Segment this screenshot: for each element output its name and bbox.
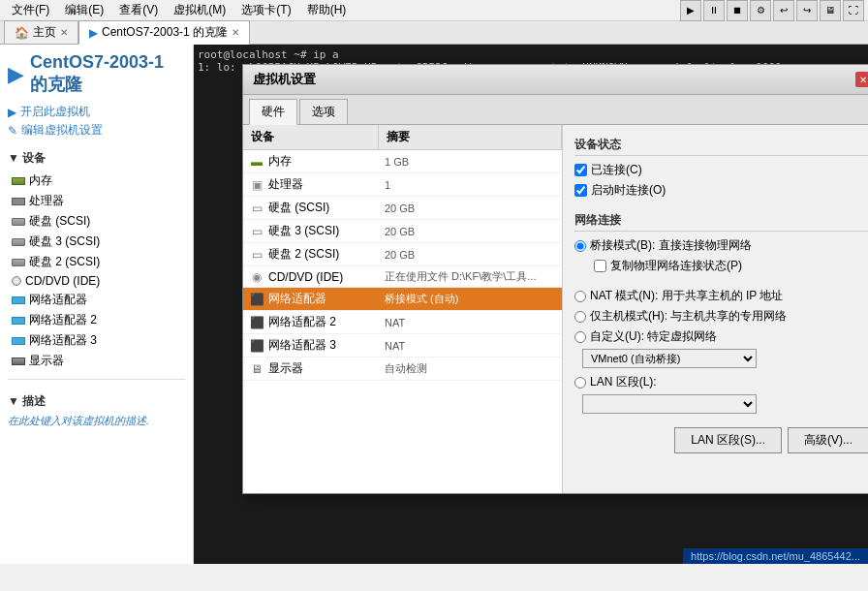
bridge-label[interactable]: 桥接模式(B): 直接连接物理网络 — [590, 237, 752, 254]
sidebar-device-net2[interactable]: 网络适配器 2 — [8, 310, 185, 330]
tab-home[interactable]: 🏠 主页 ✕ — [4, 20, 78, 44]
lan-label[interactable]: LAN 区段(L): — [590, 374, 657, 390]
settings-panel: 设备状态 已连接(C) 启动时连接(O) 网络连接 — [563, 125, 868, 493]
lan-segment-row: LAN 区段(L): — [574, 374, 868, 390]
menu-edit[interactable]: 编辑(E) — [57, 0, 111, 20]
advanced-button[interactable]: 高级(V)... — [788, 427, 868, 453]
toolbar-btn-3[interactable]: ⏹ — [727, 0, 748, 21]
action-edit-vm[interactable]: ✎ 编辑虚拟机设置 — [8, 122, 185, 139]
dialog-device-hdd3[interactable]: ▭ 硬盘 3 (SCSI) 20 GB — [243, 220, 562, 243]
replicate-label[interactable]: 复制物理网络连接状态(P) — [610, 258, 742, 274]
vmnet-select[interactable]: VMnet0 (自动桥接) — [582, 349, 757, 368]
connected-label[interactable]: 已连接(C) — [591, 162, 642, 178]
dialog-body: 设备 摘要 ▬ 内存 1 GB ▣ 处理器 1 ▭ — [243, 125, 868, 493]
nat-label[interactable]: NAT 模式(N): 用于共享主机的 IP 地址 — [590, 288, 783, 304]
monitor-icon — [12, 358, 25, 365]
dialog-hdd1-icon: ▭ — [249, 202, 264, 215]
connected-row: 已连接(C) — [574, 162, 868, 178]
device-col-name: 设备 — [243, 125, 379, 149]
sidebar-device-ram[interactable]: 内存 — [8, 171, 185, 191]
dialog-net3-icon: ⬛ — [249, 339, 264, 353]
dialog-device-net1[interactable]: ⬛ 网络适配器 桥接模式 (自动) — [243, 288, 562, 311]
dialog-ram-icon: ▬ — [249, 155, 264, 169]
description-section: ▼ 描述 在此处键入对该虚拟机的描述. — [8, 379, 185, 428]
dialog-tab-bar: 硬件 选项 — [243, 95, 868, 125]
custom-label[interactable]: 自定义(U): 特定虚拟网络 — [590, 328, 717, 345]
vm-title-icon: ▶ — [8, 62, 24, 87]
replicate-checkbox[interactable] — [594, 260, 606, 272]
sidebar-device-hdd2[interactable]: 硬盘 2 (SCSI) — [8, 252, 185, 272]
toolbar-btn-8[interactable]: ⛶ — [843, 0, 864, 21]
menu-tabs[interactable]: 选项卡(T) — [233, 0, 298, 20]
custom-radio[interactable] — [574, 331, 586, 343]
dialog-net1-icon: ⬛ — [249, 293, 264, 306]
toolbar-btn-5[interactable]: ↩ — [773, 0, 794, 21]
menu-bar: 文件(F) 编辑(E) 查看(V) 虚拟机(M) 选项卡(T) 帮助(H) ▶ … — [0, 0, 868, 21]
bridge-mode-row: 桥接模式(B): 直接连接物理网络 — [574, 237, 868, 254]
dialog-monitor-icon: 🖥 — [249, 362, 264, 376]
home-icon: 🏠 — [15, 26, 29, 40]
dialog-device-net3[interactable]: ⬛ 网络适配器 3 NAT — [243, 334, 562, 358]
dialog-device-cdrom[interactable]: ◉ CD/DVD (IDE) 正在使用文件 D:\KF\教学\工具... — [243, 266, 562, 288]
dialog-close-button[interactable]: ✕ — [855, 72, 868, 87]
dialog-tab-hardware[interactable]: 硬件 — [249, 99, 297, 125]
device-status-title: 设备状态 — [574, 137, 868, 156]
tab-clone[interactable]: ▶ CentOS7-2003-1 的克隆 ✕ — [78, 20, 250, 45]
toolbar-btn-4[interactable]: ⚙ — [750, 0, 771, 21]
sidebar-device-cdrom[interactable]: CD/DVD (IDE) — [8, 272, 185, 290]
cpu-icon — [12, 198, 25, 205]
device-list-panel: 设备 摘要 ▬ 内存 1 GB ▣ 处理器 1 ▭ — [243, 125, 563, 493]
devices-arrow-icon: ▼ — [8, 151, 19, 165]
dialog-net2-icon: ⬛ — [249, 316, 264, 329]
tab-home-close[interactable]: ✕ — [60, 27, 68, 38]
host-only-row: 仅主机模式(H): 与主机共享的专用网络 — [574, 308, 868, 325]
dialog-device-hdd2[interactable]: ▭ 硬盘 2 (SCSI) 20 GB — [243, 243, 562, 266]
vm-tab-icon: ▶ — [89, 26, 98, 40]
dialog-device-hdd1[interactable]: ▭ 硬盘 (SCSI) 20 GB — [243, 197, 562, 220]
menu-help[interactable]: 帮助(H) — [299, 0, 355, 20]
sidebar-device-net1[interactable]: 网络适配器 — [8, 290, 185, 310]
device-list-header: 设备 摘要 — [243, 125, 562, 150]
dialog-device-net2[interactable]: ⬛ 网络适配器 2 NAT — [243, 311, 562, 334]
hdd1-icon — [12, 218, 25, 226]
toolbar-btn-2[interactable]: ⏸ — [703, 0, 725, 21]
dialog-tab-options[interactable]: 选项 — [299, 99, 348, 124]
dialog-device-cpu[interactable]: ▣ 处理器 1 — [243, 173, 562, 197]
hdd3-icon — [12, 238, 25, 246]
tab-bar: 🏠 主页 ✕ ▶ CentOS7-2003-1 的克隆 ✕ — [0, 21, 868, 45]
toolbar-btn-1[interactable]: ▶ — [680, 0, 701, 21]
menu-file[interactable]: 文件(F) — [4, 0, 57, 20]
lan-segments-button[interactable]: LAN 区段(S)... — [674, 427, 782, 453]
sidebar-device-monitor[interactable]: 显示器 — [8, 351, 185, 371]
connect-on-start-checkbox[interactable] — [574, 184, 587, 197]
lan-select[interactable] — [582, 394, 757, 414]
dialog-device-monitor[interactable]: 🖥 显示器 自动检测 — [243, 358, 562, 381]
status-url: https://blog.csdn.net/mu_4865442... — [691, 550, 860, 562]
custom-mode-row: 自定义(U): 特定虚拟网络 — [574, 328, 868, 345]
host-only-label[interactable]: 仅主机模式(H): 与主机共享的专用网络 — [590, 308, 787, 325]
vm-settings-dialog: 虚拟机设置 ✕ 硬件 选项 设备 摘要 ▬ 内存 1 GB — [242, 64, 868, 494]
action-start-vm[interactable]: ▶ 开启此虚拟机 — [8, 104, 185, 120]
nat-radio[interactable] — [574, 291, 586, 302]
content-area: root@localhost ~# ip a 1: lo: <LOOPBACK,… — [194, 45, 868, 564]
toolbar-btn-6[interactable]: ↪ — [796, 0, 818, 21]
sidebar-device-hdd1[interactable]: 硬盘 (SCSI) — [8, 211, 185, 232]
menu-vm[interactable]: 虚拟机(M) — [166, 0, 233, 20]
tab-clone-close[interactable]: ✕ — [232, 27, 239, 38]
connected-checkbox[interactable] — [574, 164, 587, 176]
toolbar-btn-7[interactable]: 🖥 — [820, 0, 841, 21]
lan-radio[interactable] — [574, 377, 586, 389]
bridge-radio[interactable] — [574, 240, 586, 252]
dialog-device-ram[interactable]: ▬ 内存 1 GB — [243, 150, 562, 173]
connect-on-start-label[interactable]: 启动时连接(O) — [591, 182, 666, 199]
sidebar-device-cpu[interactable]: 处理器 — [8, 191, 185, 211]
network-conn-title: 网络连接 — [574, 212, 868, 232]
sidebar-device-hdd3[interactable]: 硬盘 3 (SCSI) — [8, 232, 185, 252]
sidebar-device-net3[interactable]: 网络适配器 3 — [8, 330, 185, 351]
dialog-cpu-icon: ▣ — [249, 178, 264, 192]
menu-view[interactable]: 查看(V) — [111, 0, 166, 20]
desc-arrow-icon: ▼ — [8, 394, 19, 408]
vm-title-text: CentOS7-2003-1 的克隆 — [30, 52, 185, 96]
hdd2-icon — [12, 259, 25, 266]
host-only-radio[interactable] — [574, 311, 586, 323]
